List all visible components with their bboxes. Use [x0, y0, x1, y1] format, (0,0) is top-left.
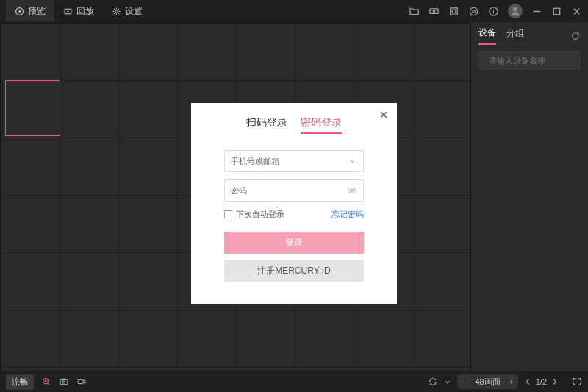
top-tabs: 预览 回放 设置 — [6, 0, 151, 22]
tab-label: 回放 — [76, 5, 94, 18]
svg-rect-3 — [430, 8, 438, 13]
svg-rect-5 — [451, 7, 457, 14]
folder-icon[interactable] — [409, 6, 420, 17]
password-field[interactable] — [224, 179, 364, 202]
tab-settings[interactable]: 设置 — [103, 0, 151, 22]
login-modal: 扫码登录 密码登录 下次自动登录 忘记密码 登录 注册MERCURY ID — [191, 103, 397, 304]
forgot-password-link[interactable]: 忘记密码 — [331, 209, 364, 220]
titlebar: 预览 回放 设置 — [0, 0, 588, 22]
eye-off-icon[interactable] — [347, 185, 357, 196]
close-icon[interactable] — [571, 6, 582, 17]
account-input[interactable] — [231, 157, 347, 165]
tab-qr-login[interactable]: 扫码登录 — [246, 116, 287, 134]
tab-password-login[interactable]: 密码登录 — [301, 116, 342, 134]
maximize-icon[interactable] — [551, 6, 562, 17]
playback-icon — [63, 7, 73, 16]
fullscreen-icon[interactable] — [448, 6, 459, 17]
svg-point-10 — [513, 7, 517, 11]
play-icon — [15, 7, 24, 16]
account-field[interactable] — [224, 150, 364, 172]
svg-rect-6 — [452, 10, 456, 13]
auto-login-label: 下次自动登录 — [236, 209, 284, 220]
svg-rect-11 — [553, 8, 559, 14]
avatar[interactable] — [508, 4, 523, 18]
tab-label: 预览 — [28, 5, 46, 18]
tab-label: 设置 — [125, 5, 143, 18]
login-button[interactable]: 登录 — [224, 232, 364, 254]
close-button[interactable] — [378, 109, 390, 121]
svg-point-8 — [470, 7, 477, 15]
minimize-icon[interactable] — [531, 6, 542, 17]
svg-point-4 — [433, 10, 435, 12]
auto-login-checkbox[interactable] — [224, 210, 232, 218]
gear-icon — [112, 7, 121, 16]
password-input[interactable] — [231, 186, 347, 195]
svg-point-7 — [473, 10, 476, 13]
login-overlay: 扫码登录 密码登录 下次自动登录 忘记密码 登录 注册MERCURY ID — [0, 22, 588, 392]
options-row: 下次自动登录 忘记密码 — [224, 209, 364, 220]
device-icon[interactable] — [429, 6, 440, 17]
topbar-right — [409, 4, 582, 18]
register-button[interactable]: 注册MERCURY ID — [224, 260, 364, 282]
info-icon[interactable] — [488, 6, 499, 17]
settings-icon[interactable] — [468, 6, 479, 17]
svg-point-2 — [115, 10, 118, 13]
chevron-down-icon[interactable] — [347, 156, 357, 166]
tab-playback[interactable]: 回放 — [54, 0, 103, 22]
tab-preview[interactable]: 预览 — [6, 0, 54, 22]
login-tabs: 扫码登录 密码登录 — [209, 116, 379, 134]
